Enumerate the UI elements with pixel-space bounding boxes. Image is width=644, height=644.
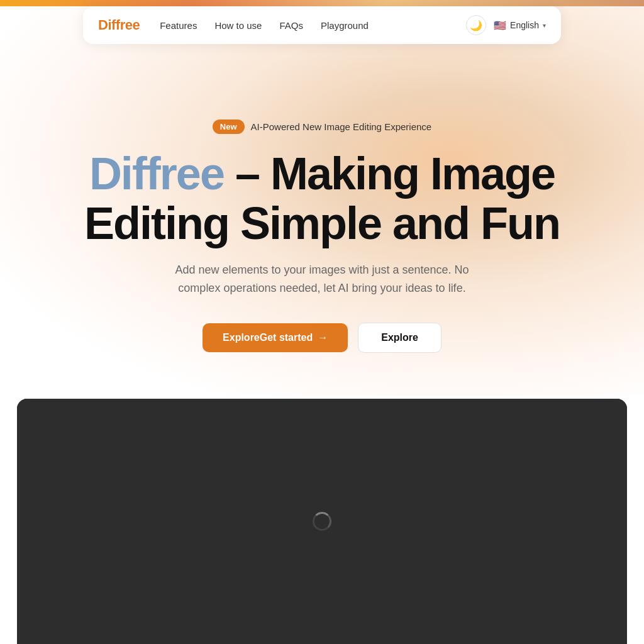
preview-area [17, 399, 627, 644]
arrow-icon: → [318, 332, 328, 343]
language-label: English [510, 20, 539, 30]
nav-right: 🌙 🇺🇸 English ▾ [466, 15, 546, 35]
hero-title-diffree: Diffree [89, 148, 224, 199]
get-started-button[interactable]: ExploreGet started → [203, 323, 348, 352]
navbar: Diffree Features How to use FAQs Playgro… [83, 6, 561, 44]
explore-button[interactable]: Explore [358, 323, 441, 353]
language-selector[interactable]: 🇺🇸 English ▾ [494, 19, 546, 31]
explore-label: Explore [381, 332, 418, 343]
hero-title-line2: Editing Simple and Fun [84, 198, 560, 248]
nav-link-features[interactable]: Features [160, 20, 197, 31]
get-started-label: ExploreGet started [223, 332, 313, 343]
nav-logo[interactable]: Diffree [98, 17, 140, 33]
hero-subtitle: Add new elements to your images with jus… [158, 261, 486, 297]
hero-section: New AI-Powered New Image Editing Experie… [0, 50, 644, 353]
moon-icon: 🌙 [470, 19, 482, 31]
preview-dark-inner [17, 399, 627, 644]
top-gradient-strip [0, 0, 644, 6]
hero-title-rest: – Making Image [224, 148, 555, 199]
nav-link-playground[interactable]: Playground [321, 20, 369, 31]
hero-title: Diffree – Making Image Editing Simple an… [84, 149, 560, 248]
chevron-down-icon: ▾ [543, 22, 546, 29]
loading-spinner [313, 512, 331, 531]
dark-mode-button[interactable]: 🌙 [466, 15, 486, 35]
nav-link-how-to-use[interactable]: How to use [214, 20, 262, 31]
new-badge: New [213, 119, 245, 134]
badge-row: New AI-Powered New Image Editing Experie… [213, 119, 431, 134]
badge-text: AI-Powered New Image Editing Experience [251, 121, 432, 132]
flag-icon: 🇺🇸 [494, 19, 506, 31]
nav-link-faqs[interactable]: FAQs [279, 20, 303, 31]
hero-buttons: ExploreGet started → Explore [203, 323, 441, 353]
nav-links: Features How to use FAQs Playground [160, 20, 466, 31]
